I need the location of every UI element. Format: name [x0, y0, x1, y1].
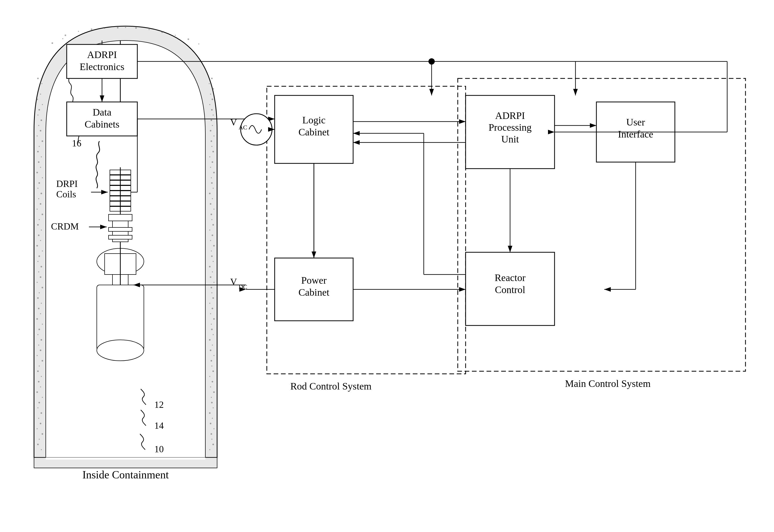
label-10: 10 — [154, 444, 164, 454]
svg-point-73 — [39, 439, 40, 440]
svg-point-39 — [37, 261, 38, 262]
svg-point-70 — [40, 423, 41, 424]
svg-point-60 — [37, 370, 39, 372]
svg-text:Power: Power — [301, 275, 326, 286]
svg-point-126 — [209, 339, 210, 341]
svg-point-18 — [37, 151, 39, 152]
svg-point-151 — [104, 28, 105, 29]
svg-point-136 — [213, 391, 215, 393]
svg-point-134 — [212, 381, 213, 382]
svg-point-68 — [41, 412, 42, 414]
svg-point-59 — [39, 365, 40, 367]
svg-point-111 — [213, 261, 214, 262]
svg-point-143 — [213, 428, 214, 429]
svg-point-8 — [36, 99, 38, 100]
svg-point-6 — [38, 88, 39, 90]
rod-control-system-label: Rod Control System — [290, 381, 371, 392]
svg-point-34 — [38, 234, 39, 236]
svg-point-74 — [37, 444, 39, 445]
svg-point-47 — [41, 303, 42, 304]
svg-point-23 — [42, 177, 43, 178]
svg-point-25 — [37, 188, 38, 189]
svg-point-103 — [211, 219, 212, 220]
svg-point-76 — [211, 78, 213, 79]
svg-point-21 — [40, 167, 41, 168]
svg-point-115 — [213, 282, 214, 283]
svg-text:Cabinets: Cabinets — [85, 119, 119, 130]
svg-point-63 — [40, 386, 41, 387]
svg-point-52 — [38, 329, 40, 330]
svg-point-141 — [212, 418, 213, 419]
svg-point-65 — [42, 397, 43, 398]
svg-point-72 — [42, 433, 43, 435]
crdm-label: CRDM — [51, 221, 79, 232]
svg-point-89 — [211, 146, 212, 147]
svg-point-182 — [97, 340, 144, 361]
svg-point-49 — [40, 313, 41, 314]
svg-point-133 — [209, 376, 210, 377]
svg-point-33 — [41, 230, 42, 231]
svg-point-36 — [36, 245, 38, 247]
svg-point-30 — [42, 214, 43, 215]
label-16: 16 — [72, 138, 81, 148]
vdc-label: V — [230, 277, 237, 287]
svg-text:Electronics: Electronics — [80, 61, 124, 72]
svg-point-35 — [40, 240, 41, 241]
svg-point-24 — [38, 182, 40, 184]
svg-point-117 — [211, 292, 212, 293]
svg-point-124 — [211, 329, 213, 330]
svg-point-51 — [42, 324, 43, 325]
svg-point-120 — [212, 308, 213, 309]
svg-point-106 — [212, 234, 213, 236]
svg-point-92 — [212, 161, 213, 163]
svg-point-57 — [37, 355, 38, 356]
svg-point-113 — [212, 271, 213, 272]
svg-point-144 — [210, 433, 212, 435]
svg-point-46 — [37, 297, 39, 299]
svg-point-90 — [212, 151, 214, 152]
svg-point-44 — [42, 287, 43, 288]
svg-point-152 — [117, 27, 118, 28]
svg-point-62 — [38, 381, 39, 382]
drpi-label: DRPI — [56, 179, 78, 189]
svg-text:User: User — [626, 117, 645, 128]
svg-point-41 — [38, 271, 39, 272]
svg-point-160 — [62, 38, 63, 39]
svg-point-108 — [213, 245, 215, 247]
svg-point-37 — [42, 250, 43, 251]
svg-point-69 — [38, 418, 39, 419]
svg-rect-176 — [109, 227, 132, 231]
svg-point-87 — [213, 135, 214, 136]
svg-point-128 — [210, 350, 211, 351]
svg-point-96 — [211, 182, 213, 184]
svg-point-140 — [209, 412, 210, 414]
svg-point-155 — [149, 29, 150, 30]
svg-point-5 — [41, 83, 42, 84]
svg-point-105 — [209, 230, 210, 231]
svg-point-58 — [42, 360, 43, 362]
svg-point-77 — [209, 83, 210, 84]
svg-point-55 — [38, 345, 39, 346]
svg-point-98 — [209, 193, 210, 194]
svg-text:ADRPI: ADRPI — [495, 110, 525, 121]
svg-point-131 — [211, 365, 212, 367]
svg-point-107 — [210, 240, 211, 241]
svg-point-161 — [198, 43, 199, 44]
svg-text:Cabinet: Cabinet — [298, 287, 329, 298]
svg-point-137 — [211, 397, 212, 398]
svg-point-85 — [212, 125, 213, 126]
svg-point-157 — [175, 35, 176, 36]
svg-point-32 — [37, 224, 39, 226]
svg-point-67 — [37, 407, 38, 408]
svg-point-97 — [213, 188, 214, 189]
svg-point-102 — [210, 214, 212, 215]
svg-point-142 — [210, 423, 211, 424]
svg-point-138 — [211, 402, 213, 403]
vac-label: V — [230, 117, 237, 128]
svg-text:Interface: Interface — [618, 129, 653, 140]
svg-point-121 — [210, 313, 211, 314]
svg-point-122 — [213, 318, 215, 320]
svg-point-82 — [211, 109, 213, 111]
svg-point-12 — [41, 119, 42, 121]
svg-point-116 — [210, 287, 212, 288]
